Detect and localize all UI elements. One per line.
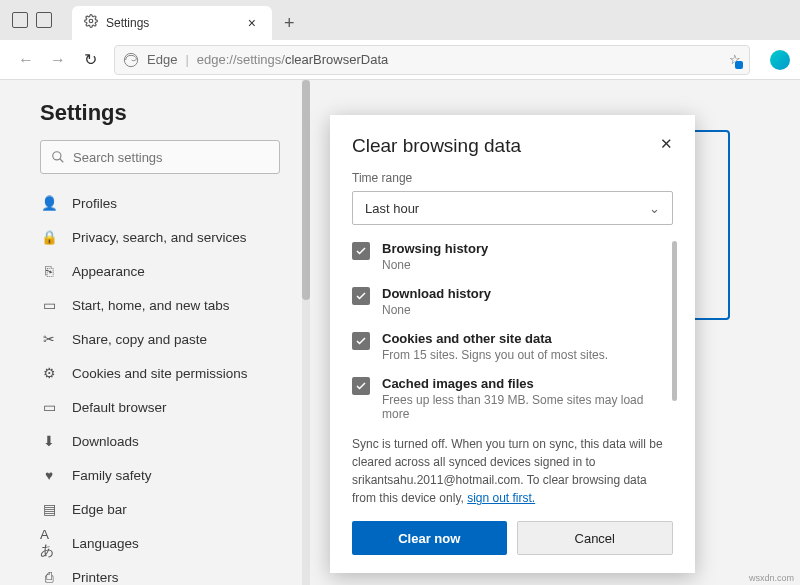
collections-icon[interactable] [36,12,52,28]
sidebar-item-10[interactable]: AあLanguages [40,526,310,560]
search-icon [51,150,65,164]
sidebar-scrollbar[interactable] [302,80,310,585]
favorite-icon[interactable]: ☆ [729,52,741,67]
option-subtitle: None [382,303,491,317]
option-subtitle: From 15 sites. Signs you out of most sit… [382,348,608,362]
time-range-label: Time range [352,171,673,185]
nav-icon: ⚙ [40,365,58,381]
nav-list: 👤Profiles🔒Privacy, search, and services⎘… [40,186,310,585]
option-row-0: Browsing historyNone [352,241,673,272]
back-button[interactable]: ← [10,44,42,76]
forward-button: → [42,44,74,76]
nav-label: Edge bar [72,502,127,517]
svg-point-0 [89,19,93,23]
option-title: Download history [382,286,491,301]
nav-label: Appearance [72,264,145,279]
sidebar-item-11[interactable]: ⎙Printers [40,560,310,585]
time-range-value: Last hour [365,201,419,216]
dialog-title: Clear browsing data [352,135,660,157]
checkbox[interactable] [352,377,370,395]
nav-label: Printers [72,570,119,585]
tab-close-icon[interactable]: × [244,15,260,31]
nav-icon: ⎙ [40,570,58,585]
nav-icon: ▭ [40,399,58,415]
option-title: Browsing history [382,241,488,256]
checkbox[interactable] [352,332,370,350]
edge-logo-icon [123,52,139,68]
svg-point-2 [53,152,61,160]
refresh-button[interactable]: ↻ [74,44,106,76]
settings-sidebar: Settings 👤Profiles🔒Privacy, search, and … [0,80,310,585]
browser-tab[interactable]: Settings × [72,6,272,40]
nav-icon: 🔒 [40,229,58,245]
url-scheme-label: Edge [147,52,177,67]
nav-icon: ▤ [40,501,58,517]
titlebar: Settings × + [0,0,800,40]
nav-icon: ♥ [40,468,58,483]
sidebar-item-7[interactable]: ⬇Downloads [40,424,310,458]
profile-avatar[interactable] [770,50,790,70]
sidebar-item-5[interactable]: ⚙Cookies and site permissions [40,356,310,390]
sidebar-item-8[interactable]: ♥Family safety [40,458,310,492]
sign-out-link[interactable]: sign out first. [467,491,535,505]
toolbar: ← → ↻ Edge | edge://settings/clearBrowse… [0,40,800,80]
svg-line-3 [60,159,64,163]
gear-icon [84,14,98,32]
option-subtitle: Frees up less than 319 MB. Some sites ma… [382,393,673,421]
sidebar-item-6[interactable]: ▭Default browser [40,390,310,424]
tab-actions-icon[interactable] [12,12,28,28]
clear-now-button[interactable]: Clear now [352,521,507,555]
nav-icon: Aあ [40,527,58,560]
option-title: Cookies and other site data [382,331,608,346]
favorite-badge [735,61,743,69]
chevron-down-icon: ⌄ [649,201,660,216]
checkbox[interactable] [352,242,370,260]
nav-label: Privacy, search, and services [72,230,247,245]
nav-icon: ▭ [40,297,58,313]
nav-label: Start, home, and new tabs [72,298,230,313]
nav-label: Share, copy and paste [72,332,207,347]
watermark: wsxdn.com [749,573,794,583]
option-row-3: Cached images and filesFrees up less tha… [352,376,673,421]
sidebar-item-4[interactable]: ✂Share, copy and paste [40,322,310,356]
sidebar-item-1[interactable]: 🔒Privacy, search, and services [40,220,310,254]
close-icon[interactable]: ✕ [660,135,673,153]
options-list: Browsing historyNoneDownload historyNone… [352,241,673,421]
option-title: Cached images and files [382,376,673,391]
nav-label: Default browser [72,400,167,415]
time-range-select[interactable]: Last hour ⌄ [352,191,673,225]
options-scrollbar[interactable] [672,241,677,401]
cancel-button[interactable]: Cancel [517,521,674,555]
page-title: Settings [40,100,310,126]
sidebar-item-9[interactable]: ▤Edge bar [40,492,310,526]
sidebar-item-2[interactable]: ⎘Appearance [40,254,310,288]
option-subtitle: None [382,258,488,272]
nav-icon: ⬇ [40,433,58,449]
nav-label: Cookies and site permissions [72,366,248,381]
option-row-1: Download historyNone [352,286,673,317]
sidebar-item-3[interactable]: ▭Start, home, and new tabs [40,288,310,322]
new-tab-button[interactable]: + [272,6,307,40]
nav-label: Family safety [72,468,152,483]
window-controls [0,0,64,40]
nav-label: Downloads [72,434,139,449]
checkbox[interactable] [352,287,370,305]
sync-note: Sync is turned off. When you turn on syn… [352,435,673,507]
nav-label: Languages [72,536,139,551]
sidebar-item-0[interactable]: 👤Profiles [40,186,310,220]
address-bar[interactable]: Edge | edge://settings/clearBrowserData … [114,45,750,75]
search-settings-box[interactable] [40,140,280,174]
nav-icon: ⎘ [40,264,58,279]
tab-title: Settings [106,16,244,30]
search-input[interactable] [73,150,269,165]
nav-icon: ✂ [40,331,58,347]
url-prefix: edge://settings/ [197,52,285,67]
clear-browsing-data-dialog: Clear browsing data ✕ Time range Last ho… [330,115,695,573]
option-row-2: Cookies and other site dataFrom 15 sites… [352,331,673,362]
nav-icon: 👤 [40,195,58,211]
url-separator: | [185,52,188,67]
url-path: clearBrowserData [285,52,388,67]
nav-label: Profiles [72,196,117,211]
